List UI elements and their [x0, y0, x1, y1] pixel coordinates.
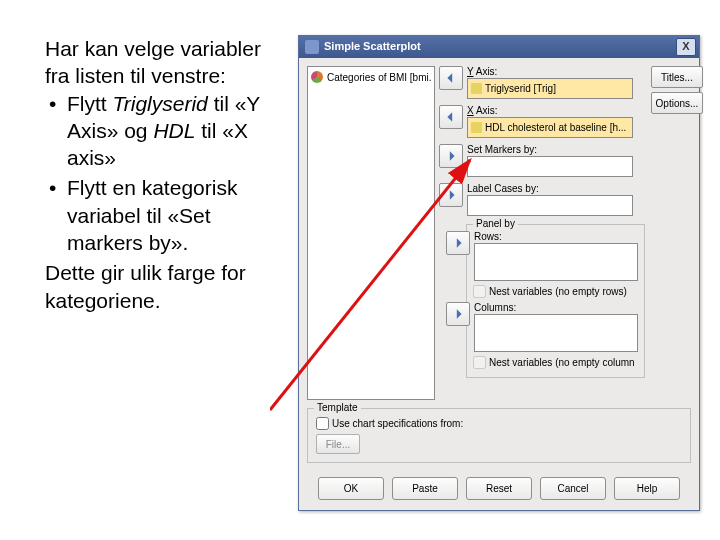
list-item-label: Categories of BMI [bmi... — [327, 72, 431, 83]
nest-rows-checkbox[interactable]: Nest variables (no empty rows) — [473, 285, 638, 298]
titles-button[interactable]: Titles... — [651, 66, 703, 88]
move-y-button[interactable] — [439, 66, 463, 90]
template-group: Template Use chart specifications from: … — [307, 408, 691, 463]
dialog-icon — [305, 40, 319, 54]
panel-by-group: Panel by Rows: Nest variables (no empty … — [466, 224, 645, 378]
move-label-button[interactable] — [439, 183, 463, 207]
set-markers-label: Set Markers by: — [467, 144, 633, 155]
cancel-button[interactable]: Cancel — [540, 477, 606, 500]
move-markers-button[interactable] — [439, 144, 463, 168]
label-cases-input[interactable] — [467, 195, 633, 216]
list-item[interactable]: Categories of BMI [bmi... — [311, 71, 431, 83]
cols-input[interactable] — [474, 314, 638, 352]
titlebar[interactable]: Simple Scatterplot X — [299, 36, 699, 58]
move-rows-button[interactable] — [446, 231, 470, 255]
outro-text: Dette gir ulik farge for kategoriene. — [45, 259, 283, 314]
panel-by-title: Panel by — [473, 218, 518, 229]
nest-cols-checkbox[interactable]: Nest variables (no empty column — [473, 356, 638, 369]
intro-text: Har kan velge variabler fra listen til v… — [45, 35, 283, 90]
reset-button[interactable]: Reset — [466, 477, 532, 500]
ok-button[interactable]: OK — [318, 477, 384, 500]
rows-label: Rows: — [474, 231, 638, 242]
template-title: Template — [314, 402, 361, 413]
categorical-icon — [311, 71, 323, 83]
scale-icon — [471, 83, 482, 94]
options-button[interactable]: Options... — [651, 92, 703, 114]
paste-button[interactable]: Paste — [392, 477, 458, 500]
close-button[interactable]: X — [676, 38, 696, 56]
cols-label: Columns: — [474, 302, 638, 313]
x-axis-input[interactable]: HDL cholesterol at baseline [h... — [467, 117, 633, 138]
dialog-title: Simple Scatterplot — [324, 40, 421, 52]
source-variables-list[interactable]: Categories of BMI [bmi... — [307, 66, 435, 400]
move-x-button[interactable] — [439, 105, 463, 129]
dialog-footer: OK Paste Reset Cancel Help — [299, 469, 699, 510]
x-axis-label: X Axis: — [467, 105, 633, 116]
scatterplot-dialog: Simple Scatterplot X Categories of BMI [… — [298, 35, 700, 511]
move-cols-button[interactable] — [446, 302, 470, 326]
bullet-2: Flytt en kategorisk variabel til «Set ma… — [45, 174, 283, 256]
bullet-1: Flytt Triglyserid til «Y Axis» og HDL ti… — [45, 90, 283, 172]
y-axis-label: Y Axis: — [467, 66, 633, 77]
set-markers-input[interactable] — [467, 156, 633, 177]
scale-icon — [471, 122, 482, 133]
label-cases-label: Label Cases by: — [467, 183, 633, 194]
instruction-text: Har kan velge variabler fra listen til v… — [45, 35, 283, 511]
file-button[interactable]: File... — [316, 434, 360, 454]
template-checkbox[interactable]: Use chart specifications from: — [316, 417, 682, 430]
help-button[interactable]: Help — [614, 477, 680, 500]
rows-input[interactable] — [474, 243, 638, 281]
y-axis-input[interactable]: Triglyserid [Trig] — [467, 78, 633, 99]
